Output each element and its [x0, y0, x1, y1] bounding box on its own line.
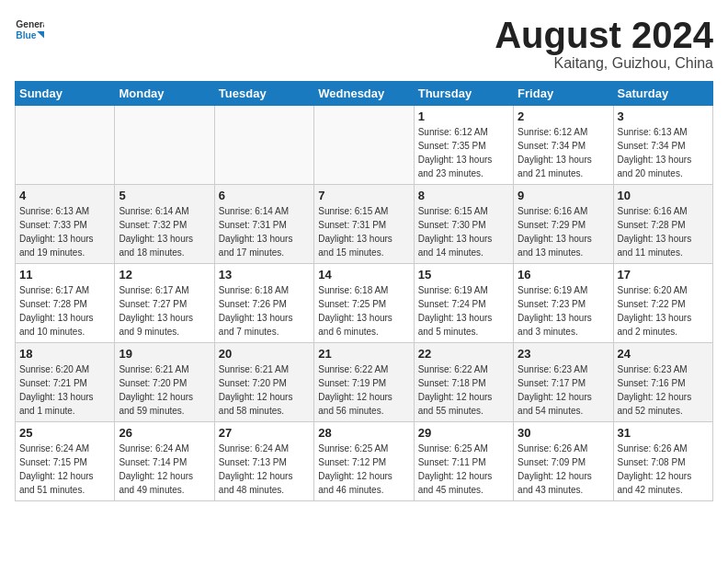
- day-number: 1: [418, 109, 509, 123]
- calendar-cell: 30Sunrise: 6:26 AM Sunset: 7:09 PM Dayli…: [514, 422, 613, 501]
- calendar-cell: 10Sunrise: 6:16 AM Sunset: 7:28 PM Dayli…: [613, 185, 712, 264]
- weekday-header-tuesday: Tuesday: [214, 82, 313, 106]
- day-info: Sunrise: 6:15 AM Sunset: 7:31 PM Dayligh…: [318, 204, 409, 259]
- day-info: Sunrise: 6:20 AM Sunset: 7:21 PM Dayligh…: [19, 362, 110, 418]
- calendar-cell: 15Sunrise: 6:19 AM Sunset: 7:24 PM Dayli…: [414, 264, 513, 343]
- calendar-cell: [314, 106, 414, 185]
- calendar-cell: 28Sunrise: 6:25 AM Sunset: 7:12 PM Dayli…: [314, 422, 414, 501]
- day-info: Sunrise: 6:20 AM Sunset: 7:22 PM Dayligh…: [618, 283, 709, 339]
- calendar-cell: [16, 106, 115, 185]
- calendar-cell: 5Sunrise: 6:14 AM Sunset: 7:32 PM Daylig…: [115, 185, 214, 264]
- day-info: Sunrise: 6:22 AM Sunset: 7:18 PM Dayligh…: [418, 362, 509, 418]
- calendar-cell: 4Sunrise: 6:13 AM Sunset: 7:33 PM Daylig…: [16, 185, 115, 264]
- day-number: 30: [518, 426, 609, 440]
- calendar-week-row: 25Sunrise: 6:24 AM Sunset: 7:15 PM Dayli…: [16, 422, 713, 501]
- day-number: 16: [518, 268, 609, 282]
- day-info: Sunrise: 6:17 AM Sunset: 7:27 PM Dayligh…: [119, 283, 210, 339]
- day-info: Sunrise: 6:13 AM Sunset: 7:33 PM Dayligh…: [19, 204, 110, 259]
- day-info: Sunrise: 6:14 AM Sunset: 7:32 PM Dayligh…: [119, 204, 210, 259]
- day-number: 15: [418, 268, 509, 282]
- day-number: 29: [418, 426, 509, 440]
- calendar-cell: 17Sunrise: 6:20 AM Sunset: 7:22 PM Dayli…: [613, 264, 712, 343]
- calendar-week-row: 1Sunrise: 6:12 AM Sunset: 7:35 PM Daylig…: [16, 106, 713, 185]
- day-info: Sunrise: 6:22 AM Sunset: 7:19 PM Dayligh…: [318, 362, 409, 418]
- calendar-cell: 31Sunrise: 6:26 AM Sunset: 7:08 PM Dayli…: [613, 422, 712, 501]
- weekday-header-thursday: Thursday: [414, 82, 513, 106]
- day-number: 11: [19, 268, 110, 282]
- weekday-header-row: SundayMondayTuesdayWednesdayThursdayFrid…: [16, 82, 713, 106]
- calendar-cell: 24Sunrise: 6:23 AM Sunset: 7:16 PM Dayli…: [613, 343, 712, 422]
- day-number: 28: [318, 426, 409, 440]
- day-number: 4: [19, 189, 110, 202]
- day-info: Sunrise: 6:17 AM Sunset: 7:28 PM Dayligh…: [19, 283, 110, 339]
- calendar-cell: 16Sunrise: 6:19 AM Sunset: 7:23 PM Dayli…: [514, 264, 613, 343]
- weekday-header-saturday: Saturday: [613, 82, 712, 106]
- calendar-cell: 8Sunrise: 6:15 AM Sunset: 7:30 PM Daylig…: [414, 185, 513, 264]
- day-info: Sunrise: 6:16 AM Sunset: 7:29 PM Dayligh…: [518, 204, 609, 259]
- day-info: Sunrise: 6:14 AM Sunset: 7:31 PM Dayligh…: [219, 204, 310, 259]
- day-info: Sunrise: 6:12 AM Sunset: 7:35 PM Dayligh…: [418, 125, 509, 180]
- day-number: 17: [618, 268, 709, 282]
- day-number: 20: [219, 347, 310, 361]
- day-info: Sunrise: 6:23 AM Sunset: 7:17 PM Dayligh…: [518, 362, 609, 418]
- day-number: 31: [618, 426, 709, 440]
- day-info: Sunrise: 6:21 AM Sunset: 7:20 PM Dayligh…: [119, 362, 210, 418]
- calendar-cell: 11Sunrise: 6:17 AM Sunset: 7:28 PM Dayli…: [16, 264, 115, 343]
- day-number: 7: [318, 189, 409, 202]
- day-number: 21: [318, 347, 409, 361]
- day-info: Sunrise: 6:24 AM Sunset: 7:14 PM Dayligh…: [119, 442, 210, 497]
- day-number: 14: [318, 268, 409, 282]
- weekday-header-sunday: Sunday: [16, 82, 115, 106]
- calendar-cell: 29Sunrise: 6:25 AM Sunset: 7:11 PM Dayli…: [414, 422, 513, 501]
- calendar-cell: 3Sunrise: 6:13 AM Sunset: 7:34 PM Daylig…: [613, 106, 712, 185]
- logo-icon: General Blue: [15, 15, 44, 44]
- page-header: General Blue August 2024 Kaitang, Guizho…: [15, 15, 713, 72]
- day-number: 10: [618, 189, 709, 202]
- calendar-week-row: 4Sunrise: 6:13 AM Sunset: 7:33 PM Daylig…: [16, 185, 713, 264]
- day-info: Sunrise: 6:26 AM Sunset: 7:08 PM Dayligh…: [618, 442, 709, 497]
- day-number: 19: [119, 347, 210, 361]
- day-number: 23: [518, 347, 609, 361]
- calendar-cell: 20Sunrise: 6:21 AM Sunset: 7:20 PM Dayli…: [214, 343, 313, 422]
- day-number: 22: [418, 347, 509, 361]
- day-info: Sunrise: 6:15 AM Sunset: 7:30 PM Dayligh…: [418, 204, 509, 259]
- calendar-cell: 6Sunrise: 6:14 AM Sunset: 7:31 PM Daylig…: [214, 185, 313, 264]
- calendar-cell: 14Sunrise: 6:18 AM Sunset: 7:25 PM Dayli…: [314, 264, 414, 343]
- day-info: Sunrise: 6:25 AM Sunset: 7:12 PM Dayligh…: [318, 442, 409, 497]
- day-number: 2: [518, 109, 609, 123]
- day-info: Sunrise: 6:18 AM Sunset: 7:25 PM Dayligh…: [318, 283, 409, 339]
- day-number: 24: [618, 347, 709, 361]
- logo: General Blue: [15, 15, 44, 44]
- title-block: August 2024 Kaitang, Guizhou, China: [495, 15, 713, 72]
- weekday-header-monday: Monday: [115, 82, 214, 106]
- calendar-cell: 23Sunrise: 6:23 AM Sunset: 7:17 PM Dayli…: [514, 343, 613, 422]
- day-info: Sunrise: 6:25 AM Sunset: 7:11 PM Dayligh…: [418, 442, 509, 497]
- calendar-cell: 2Sunrise: 6:12 AM Sunset: 7:34 PM Daylig…: [514, 106, 613, 185]
- calendar-cell: 12Sunrise: 6:17 AM Sunset: 7:27 PM Dayli…: [115, 264, 214, 343]
- day-number: 5: [119, 189, 210, 202]
- day-number: 18: [19, 347, 110, 361]
- calendar-cell: 1Sunrise: 6:12 AM Sunset: 7:35 PM Daylig…: [414, 106, 513, 185]
- month-title: August 2024: [495, 15, 713, 55]
- calendar-cell: 22Sunrise: 6:22 AM Sunset: 7:18 PM Dayli…: [414, 343, 513, 422]
- svg-marker-2: [37, 31, 44, 39]
- location-title: Kaitang, Guizhou, China: [495, 55, 713, 72]
- day-number: 26: [119, 426, 210, 440]
- calendar-cell: 26Sunrise: 6:24 AM Sunset: 7:14 PM Dayli…: [115, 422, 214, 501]
- calendar-cell: 7Sunrise: 6:15 AM Sunset: 7:31 PM Daylig…: [314, 185, 414, 264]
- day-number: 27: [219, 426, 310, 440]
- day-info: Sunrise: 6:18 AM Sunset: 7:26 PM Dayligh…: [219, 283, 310, 339]
- calendar-table: SundayMondayTuesdayWednesdayThursdayFrid…: [15, 81, 713, 501]
- day-number: 3: [618, 109, 709, 123]
- day-info: Sunrise: 6:13 AM Sunset: 7:34 PM Dayligh…: [618, 125, 709, 180]
- day-info: Sunrise: 6:24 AM Sunset: 7:13 PM Dayligh…: [219, 442, 310, 497]
- calendar-week-row: 11Sunrise: 6:17 AM Sunset: 7:28 PM Dayli…: [16, 264, 713, 343]
- calendar-week-row: 18Sunrise: 6:20 AM Sunset: 7:21 PM Dayli…: [16, 343, 713, 422]
- day-info: Sunrise: 6:23 AM Sunset: 7:16 PM Dayligh…: [618, 362, 709, 418]
- calendar-cell: 27Sunrise: 6:24 AM Sunset: 7:13 PM Dayli…: [214, 422, 313, 501]
- day-info: Sunrise: 6:19 AM Sunset: 7:24 PM Dayligh…: [418, 283, 509, 339]
- calendar-cell: 21Sunrise: 6:22 AM Sunset: 7:19 PM Dayli…: [314, 343, 414, 422]
- calendar-cell: 19Sunrise: 6:21 AM Sunset: 7:20 PM Dayli…: [115, 343, 214, 422]
- svg-text:Blue: Blue: [16, 30, 36, 40]
- day-info: Sunrise: 6:16 AM Sunset: 7:28 PM Dayligh…: [618, 204, 709, 259]
